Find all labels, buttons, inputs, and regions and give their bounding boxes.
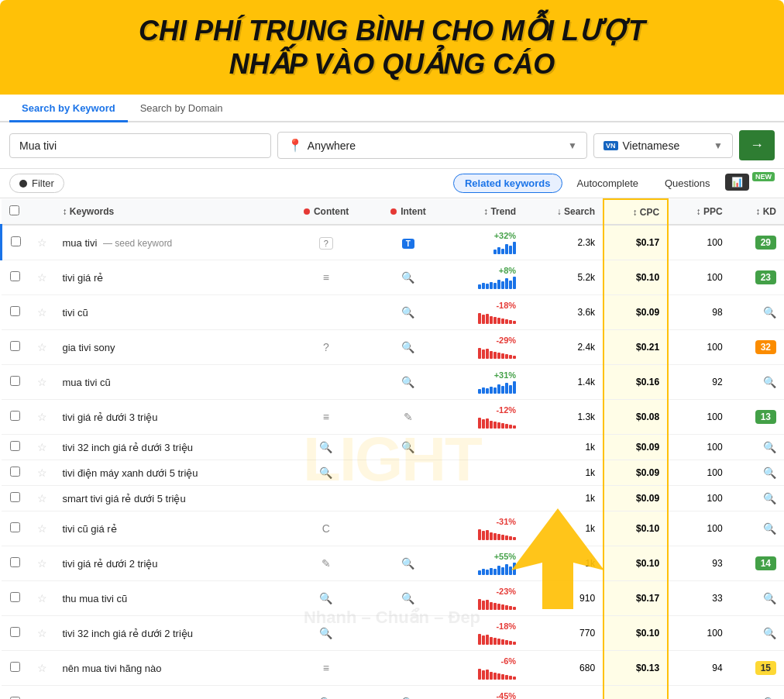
row-checkbox[interactable]: [10, 522, 20, 532]
star-icon[interactable]: ☆: [37, 411, 47, 423]
filter-label: Filter: [32, 177, 54, 189]
keyword-cell: tivi giá rẻ dưới 2 triệu: [55, 546, 282, 581]
trend-pct: -29%: [453, 336, 516, 345]
star-icon[interactable]: ☆: [37, 662, 47, 674]
star-icon[interactable]: ☆: [37, 441, 47, 453]
location-chevron: ▼: [568, 140, 577, 151]
chip-related[interactable]: Related keywords: [453, 174, 562, 193]
intent-icon: 🔍: [401, 557, 414, 570]
trend-bars: [453, 597, 516, 610]
content-cell: [281, 365, 370, 400]
star-icon[interactable]: ☆: [37, 592, 47, 604]
star-icon[interactable]: ☆: [37, 271, 47, 284]
col-search[interactable]: ↓ Search: [524, 199, 603, 225]
table-row: ☆ smart tivi giá rẻ dưới 5 triệu 1k $0.0…: [2, 486, 785, 511]
chip-questions[interactable]: Questions: [653, 174, 722, 193]
trend-pct: +55%: [453, 552, 516, 561]
kd-search[interactable]: 🔍: [763, 627, 776, 639]
tab-keyword[interactable]: Search by Keyword: [9, 96, 128, 122]
content-cell: ✎: [281, 546, 370, 581]
intent-icon: 🔍: [401, 341, 414, 353]
star-icon[interactable]: ☆: [37, 492, 47, 504]
ppc-cell: 98: [668, 295, 731, 330]
star-icon[interactable]: ☆: [37, 341, 47, 353]
keyword-name: tivi giá rẻ: [63, 272, 104, 284]
search-input[interactable]: [9, 133, 271, 158]
row-checkbox[interactable]: [10, 341, 20, 351]
star-icon-seed[interactable]: ☆: [37, 236, 47, 249]
kd-badge-seed: 29: [755, 236, 776, 250]
star-icon[interactable]: ☆: [37, 522, 47, 535]
intent-cell: 🔍: [370, 295, 445, 330]
row-checkbox[interactable]: [10, 467, 20, 477]
keyword-cell: tivi giá rẻ: [55, 260, 282, 295]
search-cell: 1k: [524, 511, 603, 546]
keyword-name: tivi điện máy xanh dưới 5 triệu: [63, 467, 198, 479]
banner: CHI PHÍ TRUNG BÌNH CHO MỖI LƯỢT NHẤP VÀO…: [0, 0, 784, 95]
trend-pct: -6%: [453, 656, 516, 666]
row-checkbox[interactable]: [10, 306, 20, 316]
ppc-cell: 100: [668, 260, 731, 295]
col-ppc[interactable]: ↕ PPC: [668, 199, 731, 225]
kd-search[interactable]: 🔍: [763, 467, 776, 479]
kd-search[interactable]: 🔍: [763, 522, 776, 535]
col-cpc[interactable]: ↕ CPC: [603, 199, 668, 225]
location-selector[interactable]: 📍 Anywhere ▼: [277, 132, 587, 159]
content-icon: ≡: [323, 271, 329, 284]
kd-search[interactable]: 🔍: [763, 592, 776, 604]
content-icon: ≡: [323, 662, 329, 674]
chip-autocomplete[interactable]: Autocomplete: [566, 174, 651, 193]
row-checkbox-seed[interactable]: [11, 236, 21, 246]
keywords-table: ↕ Keywords Content Intent ↕ Trend ↓ Se: [0, 198, 784, 699]
language-selector[interactable]: VN Vietnamese ▼: [593, 133, 733, 158]
star-icon[interactable]: ☆: [37, 306, 47, 319]
keyword-cell: tivi cũ giá rẻ: [55, 511, 282, 546]
search-button[interactable]: →: [739, 130, 775, 160]
keyword-name: thu mua tivi cũ: [63, 593, 128, 604]
star-icon[interactable]: ☆: [37, 376, 47, 388]
table-row: ☆ tivi 32 inch giá rẻ dưới 2 triệu 🔍 -18…: [2, 616, 785, 651]
row-checkbox[interactable]: [10, 557, 20, 567]
trend-cell-seed: +32%: [445, 225, 524, 260]
filter-dot: [19, 180, 27, 188]
row-checkbox[interactable]: [10, 592, 20, 602]
row-checkbox[interactable]: [10, 492, 20, 502]
col-intent[interactable]: Intent: [370, 199, 445, 225]
trend-bars: [453, 346, 516, 359]
content-icon-seed: ?: [319, 237, 333, 250]
trend-cell: -23%: [445, 581, 524, 616]
content-cell: 🔍: [281, 581, 370, 616]
trend-bars: [453, 667, 516, 680]
row-checkbox[interactable]: [10, 662, 20, 672]
star-icon[interactable]: ☆: [37, 467, 47, 479]
select-all-checkbox[interactable]: [9, 205, 19, 215]
row-checkbox[interactable]: [10, 627, 20, 637]
star-icon[interactable]: ☆: [37, 557, 47, 570]
kd-search[interactable]: 🔍: [763, 376, 776, 388]
tab-domain[interactable]: Search by Domain: [128, 96, 236, 122]
col-content[interactable]: Content: [281, 199, 370, 225]
content-cell: [281, 295, 370, 330]
intent-cell: 🔍: [370, 686, 445, 699]
kd-search[interactable]: 🔍: [763, 492, 776, 504]
kd-search[interactable]: 🔍: [763, 441, 776, 453]
content-cell: ≡: [281, 651, 370, 686]
col-keywords[interactable]: ↕ Keywords: [55, 199, 282, 225]
filter-button[interactable]: Filter: [9, 174, 64, 193]
cpc-cell: $0.10: [603, 616, 668, 651]
content-cell: 🔍: [281, 686, 370, 699]
trend-bars: [453, 277, 516, 289]
star-icon[interactable]: ☆: [37, 627, 47, 639]
row-checkbox[interactable]: [10, 441, 20, 451]
cpc-cell-seed: $0.17: [603, 225, 668, 260]
col-kd[interactable]: ↕ KD: [731, 199, 784, 225]
chart-icon-button[interactable]: 📊: [725, 174, 749, 191]
table-row-seed: ☆ mua tivi — seed keyword ? T +32%: [2, 225, 785, 260]
row-checkbox[interactable]: [10, 376, 20, 386]
search-cell: 910: [524, 581, 603, 616]
table-wrap: LIGHT Nhanh – Chuẩn – Đep ↕ Keywords: [0, 198, 784, 699]
col-trend[interactable]: ↕ Trend: [445, 199, 524, 225]
row-checkbox[interactable]: [10, 411, 20, 421]
row-checkbox[interactable]: [10, 271, 20, 281]
kd-search[interactable]: 🔍: [763, 306, 776, 319]
